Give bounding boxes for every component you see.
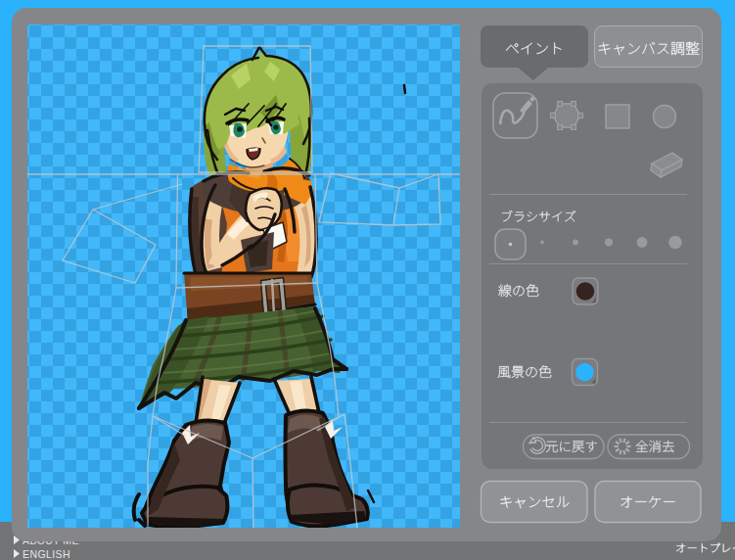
svg-text:ENGLISH: ENGLISH (23, 548, 70, 560)
